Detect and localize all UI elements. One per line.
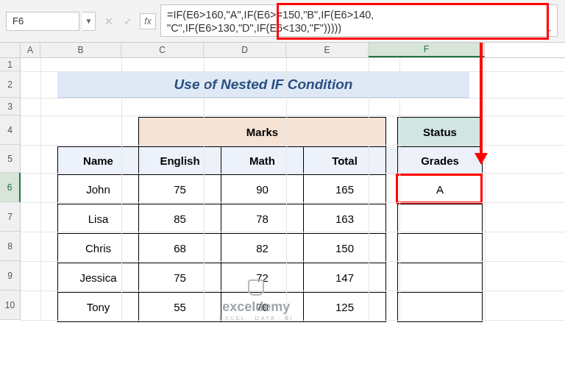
gridline-v xyxy=(399,58,400,320)
gap xyxy=(386,147,398,175)
name-box-value: F6 xyxy=(13,15,24,26)
cell-english[interactable]: 75 xyxy=(139,175,221,204)
chevron-down-icon: ▼ xyxy=(85,17,93,25)
blank-corner xyxy=(58,118,139,147)
col-english: English xyxy=(139,147,221,175)
select-all-corner[interactable] xyxy=(0,43,21,57)
expand-formula-bar-button[interactable]: ⌄ xyxy=(544,24,555,35)
gridline-v xyxy=(286,58,287,320)
cell-grade[interactable] xyxy=(398,234,483,263)
gridline-v xyxy=(369,58,369,320)
row-header-9[interactable]: 9 xyxy=(0,261,21,291)
col-header-A[interactable]: A xyxy=(21,43,40,57)
name-box[interactable]: F6 xyxy=(6,12,79,31)
cell-english[interactable]: 75 xyxy=(139,263,221,293)
col-name: Name xyxy=(58,147,139,175)
name-box-wrap: F6 ▼ xyxy=(0,0,102,42)
gap xyxy=(386,263,398,293)
row-header-2[interactable]: 2 xyxy=(0,71,21,98)
formula-input-wrap: =IF(E6>160,"A",IF(E6>=150,"B",IF(E6>140,… xyxy=(156,0,565,42)
col-grades: Grades xyxy=(398,147,483,175)
col-header-B[interactable]: B xyxy=(40,43,121,57)
gridline-v xyxy=(485,58,486,320)
gridline-h xyxy=(21,291,565,291)
gap xyxy=(386,204,398,234)
cell-total[interactable]: 147 xyxy=(304,263,386,293)
row-header-10[interactable]: 10 xyxy=(0,291,21,320)
row-header-6[interactable]: 6 xyxy=(0,173,21,202)
formula-bar-region: F6 ▼ ✕ ✓ fx =IF(E6>160,"A",IF(E6>=150,"B… xyxy=(0,0,565,43)
row-headers: 12345678910 xyxy=(0,58,21,320)
cell-grid[interactable]: Use of Nested IF Condition Marks Status … xyxy=(21,58,565,320)
gridline-h xyxy=(21,71,565,72)
gridline-v xyxy=(121,58,122,320)
gridline-h xyxy=(21,202,565,203)
row-header-4[interactable]: 4 xyxy=(0,115,21,145)
gridline-h xyxy=(21,145,565,146)
fx-icon: fx xyxy=(144,16,151,26)
row-header-8[interactable]: 8 xyxy=(0,232,21,261)
row-header-3[interactable]: 3 xyxy=(0,98,21,115)
cell-name[interactable]: Lisa xyxy=(58,204,139,234)
cell-total[interactable]: 165 xyxy=(304,175,386,204)
col-header-F[interactable]: F xyxy=(369,43,485,57)
formula-controls: ✕ ✓ fx xyxy=(102,0,156,42)
cell-grade[interactable] xyxy=(398,204,483,234)
gridline-h xyxy=(21,173,565,174)
column-headers-inner: ABCDEF xyxy=(21,43,565,57)
callout-arrow-head xyxy=(475,153,488,165)
cell-math[interactable]: 78 xyxy=(221,204,304,234)
formula-text-line2: "C",IF(E6>130,"D",IF(E6<130,"F"))))) xyxy=(167,21,541,35)
cell-grade[interactable] xyxy=(398,293,483,322)
col-math: Math xyxy=(221,147,304,175)
row-header-1[interactable]: 1 xyxy=(0,58,21,71)
sheet-title-text: Use of Nested IF Condition xyxy=(174,76,353,93)
formula-input[interactable]: =IF(E6>160,"A",IF(E6>=150,"B",IF(E6>140,… xyxy=(160,4,558,37)
col-header-E[interactable]: E xyxy=(286,43,369,57)
cell-grade[interactable] xyxy=(398,263,483,293)
gridline-h xyxy=(21,115,565,116)
cell-math[interactable]: 70 xyxy=(221,293,304,322)
gap xyxy=(386,234,398,263)
gap xyxy=(386,118,398,147)
cancel-formula-button[interactable]: ✕ xyxy=(102,14,116,29)
cell-grade[interactable]: A xyxy=(398,175,483,204)
gridline-v xyxy=(40,58,41,320)
cell-math[interactable]: 72 xyxy=(221,263,304,293)
cell-name[interactable]: John xyxy=(58,175,139,204)
gridline-h xyxy=(21,98,565,99)
col-total: Total xyxy=(304,147,386,175)
chevron-down-icon: ⌄ xyxy=(547,23,552,36)
cell-total[interactable]: 150 xyxy=(304,234,386,263)
name-box-dropdown[interactable]: ▼ xyxy=(82,12,96,31)
row-header-7[interactable]: 7 xyxy=(0,202,21,232)
cell-total[interactable]: 125 xyxy=(304,293,386,322)
gap xyxy=(386,293,398,322)
callout-arrow-vline xyxy=(480,43,483,156)
row-header-5[interactable]: 5 xyxy=(0,145,21,173)
col-header-D[interactable]: D xyxy=(204,43,286,57)
insert-function-button[interactable]: fx xyxy=(140,13,156,29)
status-group-header: Status xyxy=(398,118,483,147)
sheet-title: Use of Nested IF Condition xyxy=(57,71,469,98)
cell-name[interactable]: Chris xyxy=(58,234,139,263)
col-header-C[interactable]: C xyxy=(121,43,204,57)
cell-total[interactable]: 163 xyxy=(304,204,386,234)
gridline-h xyxy=(21,232,565,232)
cell-english[interactable]: 55 xyxy=(139,293,221,322)
formula-text-line1: =IF(E6>160,"A",IF(E6>=150,"B",IF(E6>140, xyxy=(167,8,541,21)
cell-name[interactable]: Tony xyxy=(58,293,139,322)
gridline-h xyxy=(21,320,565,321)
cell-english[interactable]: 68 xyxy=(139,234,221,263)
enter-formula-button[interactable]: ✓ xyxy=(121,14,135,29)
cell-math[interactable]: 90 xyxy=(221,175,304,204)
gridline-h xyxy=(21,261,565,262)
gap xyxy=(386,175,398,204)
cell-english[interactable]: 85 xyxy=(139,204,221,234)
cell-math[interactable]: 82 xyxy=(221,234,304,263)
cell-name[interactable]: Jessica xyxy=(58,263,139,293)
marks-group-header: Marks xyxy=(139,118,386,147)
gridline-v xyxy=(204,58,205,320)
